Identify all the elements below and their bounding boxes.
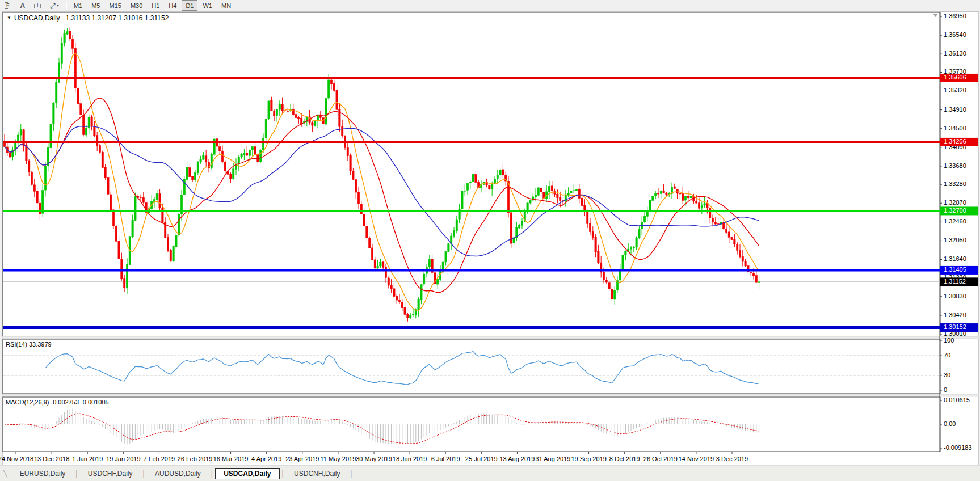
date-label: 13 Aug 2019 <box>500 455 535 462</box>
main-price-panel[interactable] <box>3 12 940 336</box>
date-label: 1 Jan 2019 <box>72 455 103 462</box>
price-tick-label: 1.36540 <box>944 31 966 38</box>
date-label: 6 Jul 2019 <box>431 455 460 462</box>
label-tool-icon: T <box>34 2 41 9</box>
price-tick-label: 1.32870 <box>944 199 966 206</box>
tab-separator: │ <box>349 470 354 478</box>
tab-separator: │ <box>210 470 214 478</box>
timeframe-button-D1[interactable]: D1 <box>182 0 197 11</box>
price-tick-label: 1.32460 <box>944 218 966 225</box>
macd-tick-label: -0.009183 <box>944 444 972 451</box>
fibonacci-tool-icon: F <box>5 2 11 9</box>
date-label: 7 Feb 2019 <box>144 455 175 462</box>
price-tick-label: 1.31640 <box>944 255 966 262</box>
price-tick-label: 1.34500 <box>944 125 966 132</box>
price-badge-label: 1.31405 <box>944 266 966 273</box>
tab-USDCAD-Daily[interactable]: USDCAD,Daily <box>215 468 279 479</box>
timeframe-button-H4[interactable]: H4 <box>165 0 180 11</box>
macd-tick-label: 0.010615 <box>944 396 970 403</box>
price-badge-label: 1.32700 <box>944 207 966 214</box>
date-label: 19 Sep 2019 <box>571 455 606 462</box>
panel-divider[interactable] <box>2 394 979 396</box>
price-tick-label: 1.33680 <box>944 162 966 169</box>
panel-divider[interactable] <box>2 336 979 339</box>
price-tick-label: 1.34910 <box>944 106 966 113</box>
tab-separator: │ <box>142 470 146 478</box>
macd-tick-label: 0.00 <box>944 420 956 427</box>
tab-corner-icon: ╲ <box>3 470 7 478</box>
tab-EURUSD-Daily[interactable]: EURUSD,Daily <box>12 469 74 479</box>
price-tick-label: 1.36130 <box>944 50 966 57</box>
date-label: 24 Nov 2018 <box>0 455 33 462</box>
arrows-tool-button[interactable]: ⤢ ▾ <box>46 0 63 11</box>
price-tick-label: 1.32050 <box>944 237 966 243</box>
timeframe-button-M30[interactable]: M30 <box>127 0 146 11</box>
date-label: 8 Oct 2019 <box>609 455 640 462</box>
fibonacci-tool-button[interactable]: F <box>1 0 15 11</box>
date-label: 13 Dec 2018 <box>34 455 69 462</box>
price-tick-label: 1.35320 <box>944 87 966 94</box>
date-label: 3 Dec 2019 <box>716 455 748 462</box>
timeframe-button-M5[interactable]: M5 <box>87 0 104 11</box>
date-label: 23 Apr 2019 <box>285 455 319 462</box>
rsi-indicator-label: RSI(14) 33.3979 <box>6 341 52 348</box>
quote-collapse-icon[interactable]: ▼ <box>7 15 11 20</box>
tab-separator: │ <box>74 470 79 478</box>
chart-quote-line: 1.31133 1.31207 1.31016 1.31152 <box>66 14 169 22</box>
price-badge-label: 1.35606 <box>944 74 966 81</box>
date-label: 25 Jul 2019 <box>465 455 498 462</box>
trading-terminal-window: { "toolbar": { "drawing_tools": [ {"icon… <box>0 0 980 481</box>
toolbar: F A T ⤢ ▾ M1M5M15M30H1H4D1W1MN <box>0 0 980 11</box>
chart-title: ▼USDCAD,Daily1.31133 1.31207 1.31016 1.3… <box>7 14 169 22</box>
chevron-down-icon: ▾ <box>57 3 59 8</box>
price-tick-label: 1.30830 <box>944 293 966 299</box>
timeframe-group: M1M5M15M30H1H4D1W1MN <box>69 0 235 11</box>
text-tool-button[interactable]: A <box>16 0 30 11</box>
price-tick-label: 1.33280 <box>944 180 966 187</box>
date-label: 16 Mar 2019 <box>213 455 249 462</box>
timeframe-button-M15[interactable]: M15 <box>105 0 125 11</box>
timeframe-button-H1[interactable]: H1 <box>148 0 163 11</box>
rsi-tick-label: 0 <box>944 386 947 393</box>
date-label: 26 Feb 2019 <box>178 455 213 462</box>
price-tick-label: 1.36950 <box>944 12 966 19</box>
date-label: 31 Aug 2019 <box>536 455 571 462</box>
chart-symbol-label: USDCAD,Daily <box>14 14 60 22</box>
rsi-tick-label: 70 <box>944 352 950 358</box>
rsi-tick-label: 100 <box>944 337 954 344</box>
date-label: 30 May 2019 <box>356 455 392 462</box>
date-label: 4 Apr 2019 <box>251 455 281 462</box>
date-label: 19 Jan 2019 <box>106 455 141 462</box>
tab-USDCNH-Daily[interactable]: USDCNH,Daily <box>286 469 348 479</box>
price-tick-label: 1.30420 <box>944 311 966 318</box>
symbol-tabbar: ╲ EURUSD,Daily│USDCHF,Daily│AUDUSD,Daily… <box>0 466 980 481</box>
tab-separator: │ <box>281 470 285 478</box>
chart-canvas[interactable]: 1.369501.365401.361301.357301.353201.349… <box>0 0 980 481</box>
tab-USDCHF-Daily[interactable]: USDCHF,Daily <box>80 469 141 479</box>
label-tool-button[interactable]: T <box>30 0 45 11</box>
date-label: 18 Jun 2019 <box>393 455 427 462</box>
price-badge-label: 1.30152 <box>944 323 966 330</box>
toolbar-separator <box>66 2 67 10</box>
rsi-tick-label: 30 <box>944 372 950 378</box>
timeframe-button-W1[interactable]: W1 <box>199 0 216 11</box>
tab-AUDUSD-Daily[interactable]: AUDUSD,Daily <box>147 469 209 479</box>
timeframe-button-MN[interactable]: MN <box>217 0 235 11</box>
date-label: 14 Nov 2019 <box>679 455 714 462</box>
price-badge-label: 1.31152 <box>944 278 966 285</box>
text-tool-icon: A <box>20 2 26 10</box>
price-badge-label: 1.34206 <box>944 138 966 145</box>
date-label: 11 May 2019 <box>321 455 356 462</box>
rsi-panel[interactable] <box>3 339 940 394</box>
macd-indicator-label: MACD(12,26,9) -0.002753 -0.001005 <box>6 399 109 406</box>
timeframe-button-M1[interactable]: M1 <box>70 0 86 11</box>
arrows-tool-icon: ⤢ <box>50 2 56 10</box>
date-label: 26 Oct 2019 <box>643 455 678 462</box>
